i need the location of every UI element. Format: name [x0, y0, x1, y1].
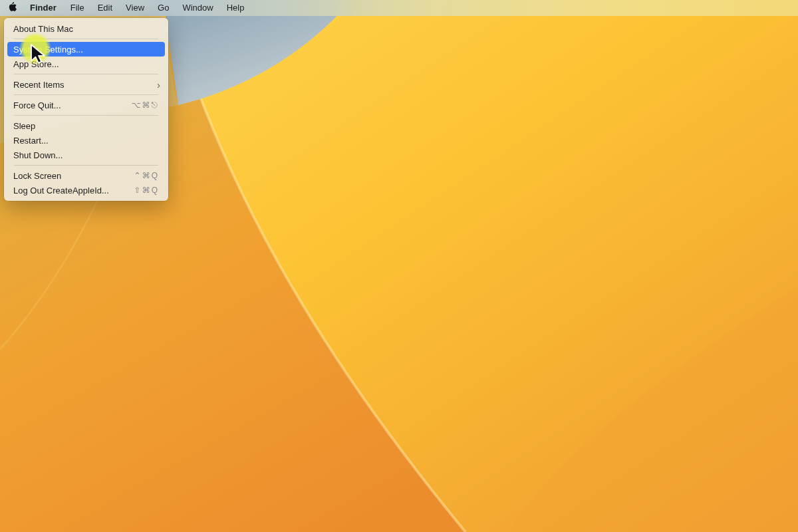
- menu-item-label: Sleep: [13, 121, 35, 131]
- menubar-item-view[interactable]: View: [119, 0, 151, 16]
- menu-item-label: App Store...: [13, 59, 59, 69]
- menubar-item-help[interactable]: Help: [220, 0, 251, 16]
- apple-logo-icon: [7, 2, 17, 14]
- keyboard-shortcut: ⌥⌘⎋: [132, 100, 159, 110]
- menubar-item-edit[interactable]: Edit: [91, 0, 119, 16]
- chevron-right-icon: ›: [157, 80, 160, 90]
- menu-item-restart[interactable]: Restart...: [7, 133, 165, 148]
- menubar-item-go[interactable]: Go: [151, 0, 176, 16]
- menu-separator: [14, 115, 158, 116]
- menu-separator: [14, 165, 158, 166]
- menu-item-label: Force Quit...: [13, 100, 61, 110]
- keyboard-shortcut: ⌃⌘Q: [134, 171, 159, 180]
- menu-item-log-out[interactable]: Log Out CreateAppleId... ⇧⌘Q: [7, 183, 165, 198]
- menubar-item-file[interactable]: File: [64, 0, 91, 16]
- menu-item-label: Recent Items: [13, 80, 65, 90]
- menu-item-system-settings[interactable]: System Settings...: [7, 42, 165, 57]
- menu-item-sleep[interactable]: Sleep: [7, 118, 165, 133]
- apple-menu: About This Mac System Settings... App St…: [4, 18, 168, 201]
- menu-item-label: About This Mac: [13, 24, 73, 34]
- apple-menu-button[interactable]: [0, 0, 23, 16]
- menu-item-shut-down[interactable]: Shut Down...: [7, 148, 165, 162]
- menu-item-label: Log Out CreateAppleId...: [13, 186, 109, 196]
- menubar-item-finder[interactable]: Finder: [23, 0, 64, 16]
- menubar-item-window[interactable]: Window: [176, 0, 219, 16]
- menu-item-force-quit[interactable]: Force Quit... ⌥⌘⎋: [7, 98, 165, 112]
- menu-separator: [14, 39, 158, 39]
- menu-item-lock-screen[interactable]: Lock Screen ⌃⌘Q: [7, 168, 165, 183]
- menu-item-label: Lock Screen: [13, 171, 61, 181]
- keyboard-shortcut: ⇧⌘Q: [134, 186, 159, 195]
- menu-item-about-this-mac[interactable]: About This Mac: [7, 21, 165, 36]
- menu-item-app-store[interactable]: App Store...: [7, 57, 165, 71]
- menu-separator: [14, 74, 158, 74]
- menu-item-label: Shut Down...: [13, 150, 63, 160]
- menu-separator: [14, 94, 158, 95]
- menu-bar: Finder File Edit View Go Window Help: [0, 0, 798, 16]
- menu-item-recent-items[interactable]: Recent Items ›: [7, 77, 165, 92]
- menu-item-label: Restart...: [13, 136, 49, 146]
- menu-item-label: System Settings...: [13, 45, 83, 55]
